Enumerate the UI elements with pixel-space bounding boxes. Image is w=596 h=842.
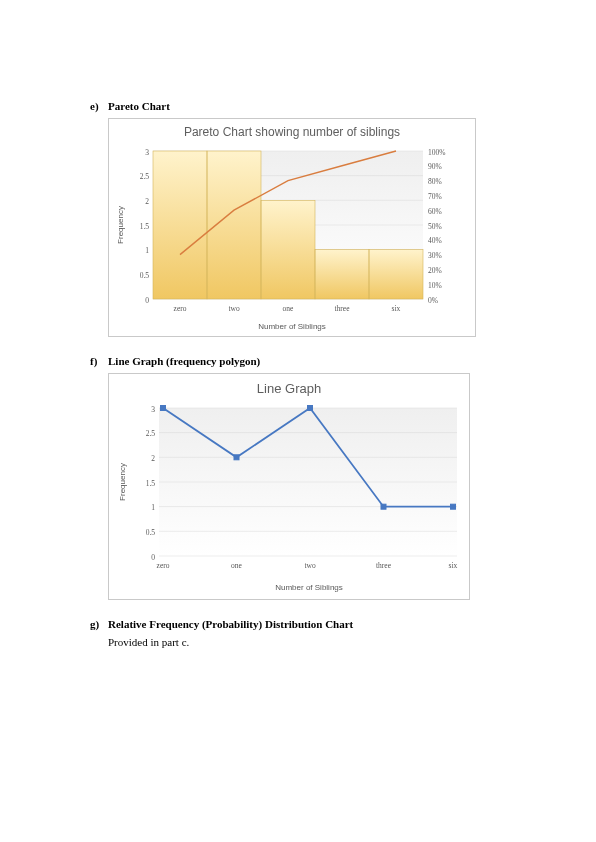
svg-rect-22 [381,504,386,509]
ytick: 0 [151,553,155,562]
svg-rect-19 [161,406,166,411]
xtick: zero [174,304,187,313]
y2tick: 60% [428,207,442,216]
bar-zero [153,151,207,299]
pareto-chart: Pareto Chart showing number of siblings … [108,118,476,337]
bar-one [261,200,315,299]
bar-six [369,250,423,299]
ytick: 1 [145,246,149,255]
section-g-body: Provided in part c. [108,636,556,648]
pareto-y2-axis: 0% 10% 20% 30% 40% 50% 60% 70% 80% 90% 1… [428,148,446,305]
section-e-letter: e) [90,100,108,112]
section-e-heading: e) Pareto Chart [90,100,556,112]
line-ylabel: Frequency [118,463,127,501]
ytick: 0.5 [140,271,150,280]
xtick: two [304,561,316,570]
svg-rect-23 [451,504,456,509]
y2tick: 0% [428,296,438,305]
ytick: 1.5 [146,479,156,488]
xtick: one [283,304,295,313]
svg-rect-21 [308,406,313,411]
ytick: 1.5 [140,222,150,231]
xtick: three [335,304,351,313]
pareto-ylabel: Frequency [116,206,125,244]
y2tick: 70% [428,192,442,201]
section-g-title: Relative Frequency (Probability) Distrib… [108,618,353,630]
xtick: two [228,304,240,313]
svg-rect-20 [234,455,239,460]
section-g-letter: g) [90,618,108,630]
section-f-heading: f) Line Graph (frequency polygon) [90,355,556,367]
line-xlabel: Number of Siblings [275,583,343,592]
y2tick: 80% [428,177,442,186]
xtick: three [376,561,392,570]
ytick: 0 [145,296,149,305]
ytick: 2 [145,197,149,206]
y2tick: 100% [428,148,446,157]
pareto-chart-svg: Pareto Chart showing number of siblings … [109,119,475,336]
line-chart-svg: Line Graph 0 0.5 1 1.5 2 [109,374,469,599]
section-g-heading: g) Relative Frequency (Probability) Dist… [90,618,556,630]
line-y-axis: 0 0.5 1 1.5 2 2.5 3 [146,405,156,562]
y2tick: 20% [428,266,442,275]
pareto-xlabel: Number of Siblings [258,322,326,331]
pareto-title: Pareto Chart showing number of siblings [184,125,400,139]
y2tick: 40% [428,236,442,245]
ytick: 1 [151,503,155,512]
ytick: 3 [151,405,155,414]
y2tick: 10% [428,281,442,290]
ytick: 3 [145,148,149,157]
section-e-title: Pareto Chart [108,100,170,112]
line-title: Line Graph [257,381,321,396]
bar-three [315,250,369,299]
section-f-letter: f) [90,355,108,367]
xtick: six [392,304,401,313]
document-page: e) Pareto Chart Pareto Chart showing num… [0,0,596,688]
pareto-x-axis: zero two one three six [174,304,401,313]
ytick: 0.5 [146,528,156,537]
ytick: 2.5 [140,172,150,181]
ytick: 2 [151,454,155,463]
xtick: six [449,561,458,570]
y2tick: 90% [428,162,442,171]
ytick: 2.5 [146,429,156,438]
y2tick: 30% [428,251,442,260]
section-f-title: Line Graph (frequency polygon) [108,355,260,367]
line-x-axis: zero one two three six [157,561,458,570]
y2tick: 50% [428,222,442,231]
line-chart: Line Graph 0 0.5 1 1.5 2 [108,373,470,600]
xtick: zero [157,561,170,570]
xtick: one [231,561,243,570]
